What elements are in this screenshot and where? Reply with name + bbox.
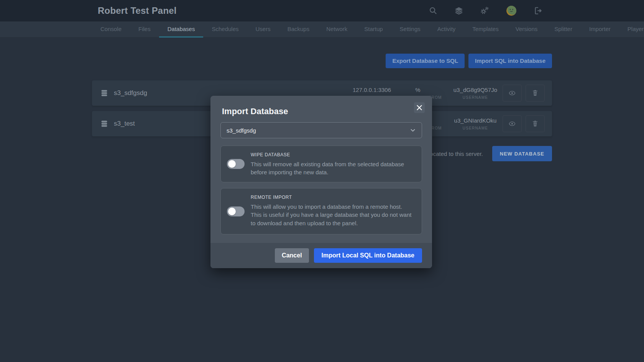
import-local-sql-button[interactable]: Import Local SQL into Database [314, 248, 422, 263]
delete-database-button[interactable] [526, 85, 545, 102]
database-icon [100, 89, 108, 97]
close-icon [417, 105, 422, 110]
tab-importer[interactable]: Importer [581, 21, 619, 38]
username-label: USERNAME [454, 126, 497, 130]
import-database-modal: Import Database s3_sdfgsdg WIPE DATABASE… [210, 96, 432, 268]
close-modal-button[interactable] [414, 102, 425, 113]
wipe-database-label: WIPE DATABASE [251, 152, 414, 157]
connections-value: % [394, 87, 442, 93]
view-credentials-button[interactable] [503, 115, 522, 132]
database-name: s3_test [114, 120, 135, 128]
trash-icon [532, 120, 539, 127]
database-toolbar: Export Database to SQL Import SQL into D… [92, 54, 552, 68]
endpoint-value: 127.0.0.1:3306 [353, 87, 391, 93]
tab-players[interactable]: Players [619, 21, 644, 38]
database-select[interactable]: s3_sdfgsdg [220, 122, 422, 138]
toggle-knob [228, 160, 236, 168]
wipe-database-toggle[interactable] [227, 159, 245, 169]
layers-icon[interactable] [455, 7, 463, 15]
toggle-knob [228, 208, 236, 215]
remote-toggle-cell [221, 188, 251, 234]
export-database-button[interactable]: Export Database to SQL [386, 54, 465, 68]
tab-network[interactable]: Network [318, 21, 356, 38]
allocation-note: allocated to this server. [424, 151, 483, 157]
username-value: u3_GNIardKOku [454, 117, 497, 124]
tab-schedules[interactable]: Schedules [203, 21, 247, 38]
database-name: s3_sdfgsdg [114, 89, 147, 97]
chevron-down-icon [410, 127, 416, 133]
cancel-button[interactable]: Cancel [275, 248, 309, 263]
remote-import-panel: REMOTE IMPORT This will allow you to imp… [220, 188, 422, 234]
search-icon[interactable] [429, 7, 437, 15]
database-select-value: s3_sdfgsdg [227, 127, 256, 134]
username-label: USERNAME [453, 95, 497, 100]
eye-icon [509, 90, 516, 97]
tab-settings[interactable]: Settings [391, 21, 429, 38]
database-icon [100, 120, 108, 128]
eye-icon [509, 120, 516, 127]
username-column: u3_dG8g9Q57Jo USERNAME [453, 87, 497, 100]
tab-versions[interactable]: Versions [507, 21, 546, 38]
wipe-database-panel: WIPE DATABASE This will remove all exist… [220, 146, 422, 182]
cogs-icon[interactable] [480, 7, 489, 15]
page-title: Robert Test Panel [92, 5, 177, 16]
tab-templates[interactable]: Templates [464, 21, 507, 38]
remote-import-description: This will allow you to import a database… [251, 203, 414, 227]
username-column: u3_GNIardKOku USERNAME [454, 117, 497, 130]
tab-startup[interactable]: Startup [356, 21, 391, 38]
delete-database-button[interactable] [526, 115, 545, 132]
avatar[interactable] [506, 5, 517, 16]
tab-databases[interactable]: Databases [159, 21, 204, 38]
server-nav-bar: Console Files Databases Schedules Users … [0, 21, 644, 38]
tab-backups[interactable]: Backups [279, 21, 318, 38]
tab-splitter[interactable]: Splitter [546, 21, 581, 38]
trash-icon [532, 90, 539, 97]
header-icon-group [429, 5, 552, 16]
wipe-toggle-cell [221, 146, 251, 182]
tab-console[interactable]: Console [92, 21, 130, 38]
remote-import-label: REMOTE IMPORT [251, 195, 414, 200]
tab-files[interactable]: Files [130, 21, 159, 38]
top-header-bar: Robert Test Panel [0, 0, 644, 21]
tab-users[interactable]: Users [247, 21, 279, 38]
view-credentials-button[interactable] [503, 85, 522, 102]
wipe-database-description: This will remove all existing data from … [251, 160, 414, 177]
logout-icon[interactable] [534, 7, 542, 15]
remote-import-toggle[interactable] [227, 206, 245, 216]
modal-title: Import Database [222, 106, 288, 116]
new-database-button[interactable]: NEW DATABASE [492, 146, 552, 161]
modal-footer: Cancel Import Local SQL into Database [210, 243, 432, 268]
import-sql-button[interactable]: Import SQL into Database [468, 54, 552, 68]
tab-activity[interactable]: Activity [429, 21, 464, 38]
username-value: u3_dG8g9Q57Jo [453, 87, 497, 93]
